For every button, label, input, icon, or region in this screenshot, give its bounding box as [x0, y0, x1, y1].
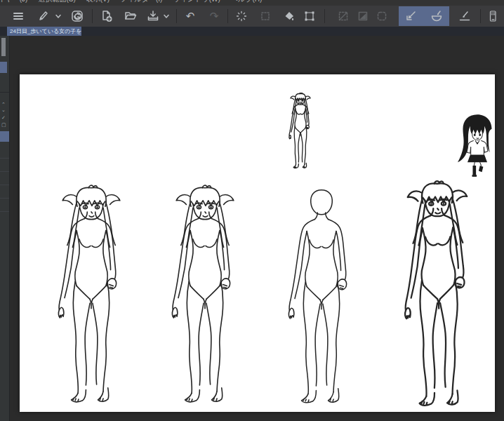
redo-icon[interactable]: ↷ [206, 8, 223, 25]
menu-filter[interactable]: フィルター(I) [120, 0, 162, 5]
toolbar-separator [176, 9, 177, 23]
check-icon[interactable]: ✓ [1, 115, 6, 121]
menu-selection[interactable]: 選択範囲(S) [38, 0, 75, 5]
document-tab-bar: 24日目_歩いている女の子を描こう ● [0, 27, 504, 36]
layer-row[interactable] [0, 185, 9, 199]
menu-layer[interactable]: レイヤー(J) [0, 0, 27, 5]
undo-icon[interactable]: ↶ [182, 8, 199, 25]
collapsed-left-panel: ⌃⌄ ✓ ▢ [0, 36, 10, 421]
walking-girl-sketch [396, 179, 482, 419]
new-document-icon[interactable] [98, 8, 115, 25]
brush-tool-icon[interactable] [35, 8, 52, 25]
mannequin-body [281, 185, 362, 415]
snap-to-ruler-icon[interactable] [335, 8, 352, 25]
chevron-down-icon[interactable] [53, 8, 63, 25]
layer-row[interactable] [0, 199, 9, 212]
chibi-uniform-girl [458, 113, 497, 182]
curve-ruler-active-icon[interactable] [424, 6, 449, 26]
layer-row[interactable] [0, 145, 9, 159]
deselect-burst-icon[interactable] [233, 8, 250, 25]
chevron-up-down-icon[interactable]: ⌃⌄ [1, 102, 6, 113]
small-walking-girl-sketch [286, 93, 314, 174]
snap-to-grid-icon[interactable] [373, 8, 390, 25]
reselect-dashed-square-icon[interactable] [257, 8, 274, 25]
toolbar-separator [324, 9, 325, 23]
toolbar-separator [92, 9, 93, 23]
layer-row[interactable] [0, 159, 9, 172]
menu-window[interactable]: ウィンドウ(W) [173, 0, 220, 5]
menu-view[interactable]: 表示(V) [86, 0, 110, 5]
selected-panel-item[interactable] [0, 62, 7, 73]
workspace: ⌃⌄ ✓ ▢ [0, 36, 504, 421]
command-bar: ↶ ↷ [0, 6, 504, 27]
drawing-canvas[interactable] [20, 74, 495, 412]
selected-layer-row[interactable] [0, 131, 9, 142]
layer-row[interactable] [0, 172, 9, 185]
smartphone-icon[interactable] [484, 8, 501, 25]
clip-studio-logo-icon[interactable] [69, 8, 86, 25]
snap-corner-active-icon[interactable] [399, 6, 424, 26]
square-icon[interactable]: ▢ [1, 122, 6, 128]
panel-divider [0, 92, 9, 93]
walking-girl-1 [51, 185, 131, 414]
fill-bucket-icon[interactable] [281, 8, 298, 25]
document-tab[interactable]: 24日目_歩いている女の子を描こう ● [7, 27, 81, 36]
menu-help[interactable]: ヘルプ(H) [231, 0, 263, 5]
toolbar-separator [480, 9, 481, 23]
toolbar-separator [227, 9, 228, 23]
transform-frame-icon[interactable] [301, 8, 318, 25]
open-file-icon[interactable] [122, 8, 139, 25]
perspective-ruler-pen-icon[interactable] [456, 8, 473, 25]
app-window: レイヤー(J) 選択範囲(S) 表示(V) フィルター(I) ウィンドウ(W) … [0, 0, 504, 421]
document-tab-title: 24日目_歩いている女の子を描こう [10, 27, 81, 36]
scrollbar-thumb[interactable] [1, 38, 6, 56]
walking-girl-2 [165, 185, 245, 414]
menu-bar: レイヤー(J) 選択範囲(S) 表示(V) フィルター(I) ウィンドウ(W) … [0, 0, 504, 6]
hamburger-menu-icon[interactable] [10, 8, 27, 25]
chevron-down-icon[interactable] [161, 8, 171, 25]
snap-to-special-ruler-icon[interactable] [354, 8, 371, 25]
save-file-icon[interactable] [145, 8, 161, 25]
